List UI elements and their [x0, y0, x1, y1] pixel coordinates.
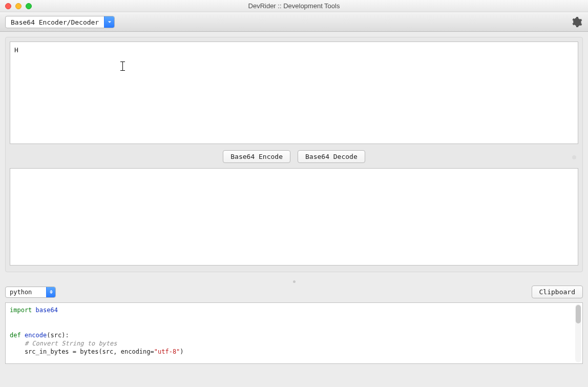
- language-selector[interactable]: python: [5, 287, 56, 298]
- code-scrollbar[interactable]: [575, 304, 581, 362]
- fullscreen-window-button[interactable]: [26, 3, 32, 9]
- language-selector-dropdown-button[interactable]: [46, 287, 55, 297]
- settings-button[interactable]: [571, 16, 583, 28]
- tool-selector-value: Base64 Encoder/Decoder: [6, 16, 104, 28]
- action-button-row: Base64 Encode Base64 Decode: [10, 146, 578, 168]
- code-snippet-panel: import base64 def encode(src): # Convert…: [5, 302, 583, 364]
- window-title: DevRider :: Development Tools: [0, 2, 588, 10]
- vertical-splitter[interactable]: [5, 275, 583, 278]
- input-textarea[interactable]: [10, 42, 578, 144]
- language-selector-value: python: [6, 287, 46, 297]
- encode-button[interactable]: Base64 Encode: [223, 150, 290, 163]
- close-window-button[interactable]: [5, 3, 11, 9]
- gear-icon: [571, 16, 582, 28]
- chevron-down-icon: [50, 292, 53, 294]
- toolbar: Base64 Encoder/Decoder: [0, 12, 588, 32]
- input-area-wrap: [10, 42, 578, 146]
- clipboard-button[interactable]: Clipboard: [532, 286, 583, 298]
- minimize-window-button[interactable]: [15, 3, 22, 9]
- main-content: Base64 Encode Base64 Decode: [0, 32, 588, 283]
- titlebar: DevRider :: Development Tools: [0, 0, 588, 12]
- tool-selector[interactable]: Base64 Encoder/Decoder: [5, 16, 115, 28]
- lower-bar: python Clipboard: [0, 283, 588, 302]
- window-controls: [0, 3, 32, 9]
- tool-selector-dropdown-button[interactable]: [104, 16, 114, 28]
- chevron-up-icon: [50, 290, 53, 292]
- code-snippet-text[interactable]: import base64 def encode(src): # Convert…: [6, 303, 582, 364]
- code-scrollbar-thumb[interactable]: [576, 305, 581, 323]
- status-indicator: [572, 155, 576, 159]
- encoder-panel: Base64 Encode Base64 Decode: [5, 37, 583, 272]
- chevron-down-icon: [108, 20, 112, 24]
- output-textarea[interactable]: [10, 168, 578, 266]
- decode-button[interactable]: Base64 Decode: [298, 150, 365, 163]
